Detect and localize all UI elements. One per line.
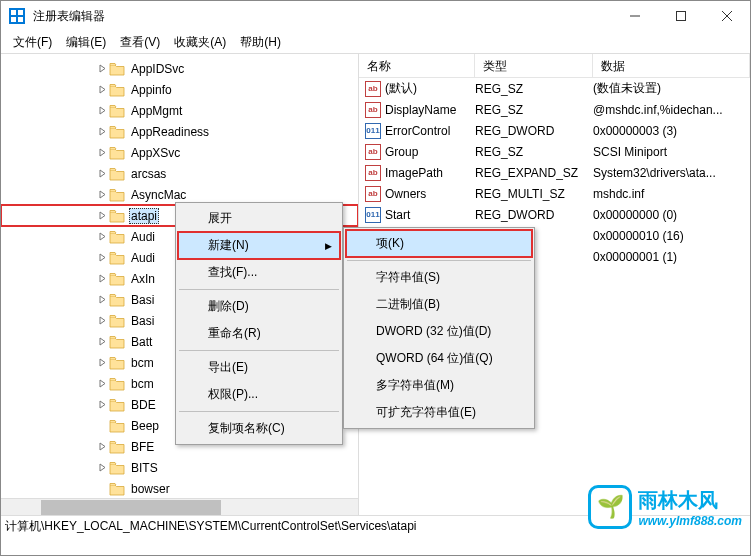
tree-item-label: AppMgmt — [129, 104, 184, 118]
cm-new-expand[interactable]: 可扩充字符串值(E) — [346, 399, 532, 426]
tree-item-label: bowser — [129, 482, 172, 496]
expander-icon[interactable] — [95, 358, 109, 367]
cm-new-multi[interactable]: 多字符串值(M) — [346, 372, 532, 399]
cm-delete[interactable]: 删除(D) — [178, 293, 340, 320]
list-row[interactable]: abGroupREG_SZSCSI Miniport — [359, 141, 750, 162]
expander-icon[interactable] — [95, 106, 109, 115]
minimize-button[interactable] — [612, 1, 658, 31]
expander-icon[interactable] — [95, 190, 109, 199]
binary-value-icon: 011 — [365, 123, 381, 139]
column-type[interactable]: 类型 — [475, 54, 593, 77]
tree-item-appxsvc[interactable]: AppXSvc — [1, 142, 358, 163]
svg-rect-3 — [18, 17, 23, 22]
tree-item-label: Basi — [129, 293, 156, 307]
window-title: 注册表编辑器 — [33, 8, 612, 25]
cm-find[interactable]: 查找(F)... — [178, 259, 340, 286]
maximize-button[interactable] — [658, 1, 704, 31]
cm-rename[interactable]: 重命名(R) — [178, 320, 340, 347]
list-row[interactable]: 011ErrorControlREG_DWORD0x00000003 (3) — [359, 120, 750, 141]
expander-icon[interactable] — [95, 442, 109, 451]
cm-export[interactable]: 导出(E) — [178, 354, 340, 381]
value-data: SCSI Miniport — [593, 145, 750, 159]
expander-icon[interactable] — [95, 274, 109, 283]
tree-item-appreadiness[interactable]: AppReadiness — [1, 121, 358, 142]
window-controls — [612, 1, 750, 31]
expander-icon[interactable] — [95, 232, 109, 241]
expander-icon[interactable] — [95, 169, 109, 178]
value-name: Start — [385, 208, 475, 222]
folder-icon — [109, 293, 125, 307]
folder-icon — [109, 83, 125, 97]
watermark: 🌱 雨林木风 www.ylmf888.com — [588, 485, 742, 529]
expander-icon[interactable] — [95, 253, 109, 262]
cm-permissions[interactable]: 权限(P)... — [178, 381, 340, 408]
expander-icon[interactable] — [95, 316, 109, 325]
folder-icon — [109, 377, 125, 391]
tree-item-label: AppReadiness — [129, 125, 211, 139]
expander-icon[interactable] — [95, 85, 109, 94]
expander-icon[interactable] — [95, 295, 109, 304]
menu-edit[interactable]: 编辑(E) — [60, 32, 112, 53]
list-row[interactable]: 011StartREG_DWORD0x00000000 (0) — [359, 204, 750, 225]
list-row[interactable]: abDisplayNameREG_SZ@mshdc.inf,%idechan..… — [359, 99, 750, 120]
menu-help[interactable]: 帮助(H) — [234, 32, 287, 53]
list-row[interactable]: abImagePathREG_EXPAND_SZSystem32\drivers… — [359, 162, 750, 183]
cm-new-key[interactable]: 项(K) — [346, 230, 532, 257]
svg-rect-2 — [11, 17, 16, 22]
svg-rect-1 — [18, 10, 23, 15]
cm-copy-key-name[interactable]: 复制项名称(C) — [178, 415, 340, 442]
folder-icon — [109, 356, 125, 370]
list-row[interactable]: ab(默认)REG_SZ(数值未设置) — [359, 78, 750, 99]
column-data[interactable]: 数据 — [593, 54, 750, 77]
cm-new-dword[interactable]: DWORD (32 位)值(D) — [346, 318, 532, 345]
tree-item-arcsas[interactable]: arcsas — [1, 163, 358, 184]
tree-item-appidsvc[interactable]: AppIDSvc — [1, 58, 358, 79]
svg-rect-0 — [11, 10, 16, 15]
column-name[interactable]: 名称 — [359, 54, 475, 77]
tree-item-label: BDE — [129, 398, 158, 412]
value-data: @mshdc.inf,%idechan... — [593, 103, 750, 117]
cm-new[interactable]: 新建(N) ▶ — [178, 232, 340, 259]
cm-new-string[interactable]: 字符串值(S) — [346, 264, 532, 291]
value-type: REG_MULTI_SZ — [475, 187, 593, 201]
folder-icon — [109, 230, 125, 244]
tree-item-label: Beep — [129, 419, 161, 433]
cm-new-binary[interactable]: 二进制值(B) — [346, 291, 532, 318]
menu-view[interactable]: 查看(V) — [114, 32, 166, 53]
tree-item-appinfo[interactable]: Appinfo — [1, 79, 358, 100]
list-row[interactable]: abOwnersREG_MULTI_SZmshdc.inf — [359, 183, 750, 204]
expander-icon[interactable] — [95, 148, 109, 157]
tree-item-label: AppXSvc — [129, 146, 182, 160]
expander-icon[interactable] — [95, 64, 109, 73]
list-header: 名称 类型 数据 — [359, 54, 750, 78]
expander-icon[interactable] — [95, 211, 109, 220]
value-type: REG_DWORD — [475, 208, 593, 222]
binary-value-icon: 011 — [365, 207, 381, 223]
cm-separator — [179, 411, 339, 412]
tree-item-appmgmt[interactable]: AppMgmt — [1, 100, 358, 121]
tree-item-label: atapi — [129, 208, 159, 224]
expander-icon[interactable] — [95, 400, 109, 409]
expander-icon[interactable] — [95, 463, 109, 472]
svg-rect-5 — [677, 12, 686, 21]
value-data: 0x00000010 (16) — [593, 229, 750, 243]
value-type: REG_SZ — [475, 103, 593, 117]
folder-icon — [109, 146, 125, 160]
tree-horizontal-scrollbar[interactable] — [1, 498, 358, 515]
cm-new-qword[interactable]: QWORD (64 位)值(Q) — [346, 345, 532, 372]
folder-icon — [109, 461, 125, 475]
expander-icon[interactable] — [95, 337, 109, 346]
tree-item-label: bcm — [129, 356, 156, 370]
menu-file[interactable]: 文件(F) — [7, 32, 58, 53]
tree-item-label: Basi — [129, 314, 156, 328]
expander-icon[interactable] — [95, 379, 109, 388]
tree-item-bits[interactable]: BITS — [1, 457, 358, 478]
close-button[interactable] — [704, 1, 750, 31]
expander-icon[interactable] — [95, 127, 109, 136]
tree-item-label: Batt — [129, 335, 154, 349]
string-value-icon: ab — [365, 165, 381, 181]
cm-expand[interactable]: 展开 — [178, 205, 340, 232]
menubar: 文件(F) 编辑(E) 查看(V) 收藏夹(A) 帮助(H) — [1, 31, 750, 53]
tree-item-bowser[interactable]: bowser — [1, 478, 358, 499]
menu-favorites[interactable]: 收藏夹(A) — [168, 32, 232, 53]
